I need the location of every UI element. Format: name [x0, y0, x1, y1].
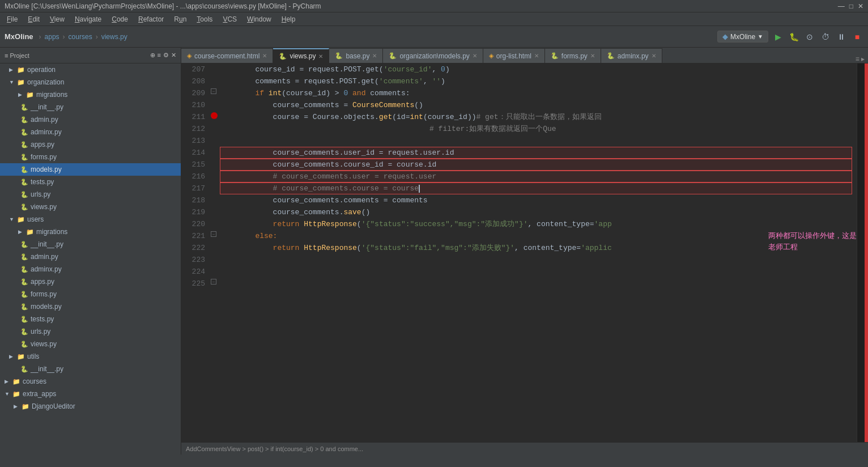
menu-navigate[interactable]: Navigate — [70, 14, 106, 24]
run-config-selector[interactable]: ◆ MxOline ▼ — [717, 31, 768, 43]
fold-marker[interactable]: − — [211, 88, 216, 94]
pause-button[interactable]: ⏸ — [835, 31, 848, 43]
tab-org-models[interactable]: 🐍 organization\models.py ✕ — [383, 48, 483, 63]
sidebar-add-icon[interactable]: ⊕ — [150, 52, 155, 59]
tab-label: course-comment.html — [194, 52, 259, 60]
sidebar-item-users-apps[interactable]: 🐍 apps.py — [0, 275, 181, 288]
tree-label: models.py — [31, 165, 62, 173]
tree-label: views.py — [31, 340, 57, 348]
sidebar-item-org-forms[interactable]: 🐍 forms.py — [0, 151, 181, 163]
sidebar-item-operation[interactable]: ▶ 📁 operation — [0, 63, 181, 76]
sidebar-item-utils[interactable]: ▶ 📁 utils — [0, 350, 181, 363]
sidebar-collapse-icon[interactable]: ≡ — [158, 52, 161, 59]
sidebar-item-organization[interactable]: ▼ 📁 organization — [0, 76, 181, 88]
tab-close-btn[interactable]: ✕ — [372, 53, 377, 59]
menu-tools[interactable]: Tools — [192, 14, 217, 24]
tab-close-btn[interactable]: ✕ — [318, 53, 323, 60]
folder-icon: 📁 — [26, 91, 34, 99]
menu-file[interactable]: File — [2, 14, 22, 24]
folder-icon: 📁 — [12, 378, 20, 385]
breakpoint[interactable] — [211, 112, 218, 119]
run-config-arrow: ▼ — [758, 33, 763, 40]
sidebar-item-org-models[interactable]: 🐍 models.py — [0, 163, 181, 176]
expand-arrow: ▶ — [18, 229, 24, 235]
tab-forms[interactable]: 🐍 forms.py ✕ — [545, 48, 601, 63]
menu-window[interactable]: Window — [242, 14, 276, 24]
sidebar-item-org-tests[interactable]: 🐍 tests.py — [0, 176, 181, 188]
window-controls[interactable]: — □ ✕ — [838, 2, 863, 10]
code-line-207: course_id = request.POST.get('course_id'… — [220, 63, 852, 75]
sidebar-item-org-init[interactable]: 🐍 __init__.py — [0, 101, 181, 113]
menu-run[interactable]: Run — [169, 14, 191, 24]
py-file-icon: 🐍 — [607, 52, 615, 60]
coverage-button[interactable]: ⊙ — [803, 31, 816, 43]
more-tabs-btn[interactable]: ≡ ▸ — [852, 55, 868, 63]
minimize-button[interactable]: — — [838, 2, 845, 10]
sidebar-item-org-apps[interactable]: 🐍 apps.py — [0, 138, 181, 151]
sidebar-item-users[interactable]: ▼ 📁 users — [0, 213, 181, 226]
sidebar-item-django-ueditor[interactable]: ▶ 📁 DjangoUeditor — [0, 400, 181, 413]
tab-adminx[interactable]: 🐍 adminx.py ✕ — [601, 48, 662, 63]
sidebar-item-org-admin[interactable]: 🐍 admin.py — [0, 113, 181, 126]
tree-label: apps.py — [31, 141, 54, 148]
sidebar-item-org-adminx[interactable]: 🐍 adminx.py — [0, 126, 181, 138]
code-line-211: course = Course.objects.get(id=int(cours… — [220, 111, 852, 123]
expand-arrow: ▶ — [14, 404, 19, 409]
breadcrumb-courses[interactable]: courses — [69, 33, 92, 41]
tree-label: operation — [27, 66, 56, 74]
sidebar-item-users-adminx[interactable]: 🐍 adminx.py — [0, 263, 181, 275]
sidebar-close-icon[interactable]: ✕ — [171, 52, 176, 59]
menu-bar: File Edit View Navigate Code Refactor Ru… — [0, 12, 868, 26]
sidebar-item-users-migrations[interactable]: ▶ 📁 migrations — [0, 226, 181, 238]
sidebar-item-org-views[interactable]: 🐍 views.py — [0, 201, 181, 213]
sidebar-item-utils-init[interactable]: 🐍 __init__.py — [0, 363, 181, 375]
sidebar-item-org-urls[interactable]: 🐍 urls.py — [0, 188, 181, 201]
close-button[interactable]: ✕ — [858, 2, 863, 10]
sidebar-item-extra-apps[interactable]: ▼ 📁 extra_apps — [0, 388, 181, 400]
sidebar-item-users-admin[interactable]: 🐍 admin.py — [0, 251, 181, 263]
fold-marker[interactable]: − — [211, 279, 216, 285]
sidebar-item-users-urls[interactable]: 🐍 urls.py — [0, 325, 181, 338]
sidebar-item-users-models[interactable]: 🐍 models.py — [0, 300, 181, 313]
sidebar-item-users-views[interactable]: 🐍 views.py — [0, 338, 181, 350]
breadcrumb-views[interactable]: views.py — [101, 33, 127, 41]
tab-course-comment[interactable]: ◈ course-comment.html ✕ — [181, 48, 273, 63]
menu-help[interactable]: Help — [277, 14, 300, 24]
breadcrumb-apps[interactable]: apps — [45, 33, 59, 41]
code-content[interactable]: course_id = request.POST.get('course_id'… — [220, 63, 857, 442]
fold-marker[interactable]: − — [211, 231, 216, 237]
code-line-224 — [220, 266, 852, 278]
code-line-209: if int(course_id) > 0 and comments: — [220, 87, 852, 99]
sidebar-item-users-init[interactable]: 🐍 __init__.py — [0, 238, 181, 251]
run-button[interactable]: ▶ — [772, 31, 784, 43]
code-editor[interactable]: 207 208 209 210 211 212 213 214 215 216 … — [181, 63, 868, 442]
menu-vcs[interactable]: VCS — [218, 14, 241, 24]
debug-button[interactable]: 🐛 — [788, 31, 800, 43]
tab-close-btn[interactable]: ✕ — [590, 53, 595, 59]
menu-view[interactable]: View — [45, 14, 69, 24]
py-file-icon: 🐍 — [335, 52, 343, 60]
tab-close-btn[interactable]: ✕ — [534, 53, 539, 59]
tab-org-list[interactable]: ◈ org-list.html ✕ — [483, 48, 545, 63]
menu-code[interactable]: Code — [107, 14, 133, 24]
tab-label: base.py — [346, 52, 369, 60]
line-numbers: 207 208 209 210 211 212 213 214 215 216 … — [181, 63, 210, 442]
tab-base-py[interactable]: 🐍 base.py ✕ — [329, 48, 383, 63]
profile-button[interactable]: ⏱ — [819, 31, 832, 43]
tab-close-btn[interactable]: ✕ — [262, 53, 267, 59]
menu-refactor[interactable]: Refactor — [134, 14, 168, 24]
code-line-221: else: — [220, 230, 852, 242]
tree-label: __init__.py — [31, 103, 63, 111]
sidebar-controls[interactable]: ⊕ ≡ ⚙ ✕ — [150, 52, 176, 59]
tab-close-btn[interactable]: ✕ — [473, 53, 477, 59]
sidebar-item-users-tests[interactable]: 🐍 tests.py — [0, 313, 181, 325]
sidebar-item-org-migrations[interactable]: ▶ 📁 migrations — [0, 88, 181, 101]
maximize-button[interactable]: □ — [849, 2, 853, 10]
sidebar-settings-icon[interactable]: ⚙ — [163, 52, 169, 59]
sidebar-item-users-forms[interactable]: 🐍 forms.py — [0, 288, 181, 300]
tab-close-btn[interactable]: ✕ — [652, 53, 656, 59]
menu-edit[interactable]: Edit — [23, 14, 44, 24]
stop-button[interactable]: ■ — [851, 31, 863, 43]
tab-views-py[interactable]: 🐍 views.py ✕ — [273, 48, 329, 63]
sidebar-item-courses[interactable]: ▶ 📁 courses — [0, 375, 181, 388]
